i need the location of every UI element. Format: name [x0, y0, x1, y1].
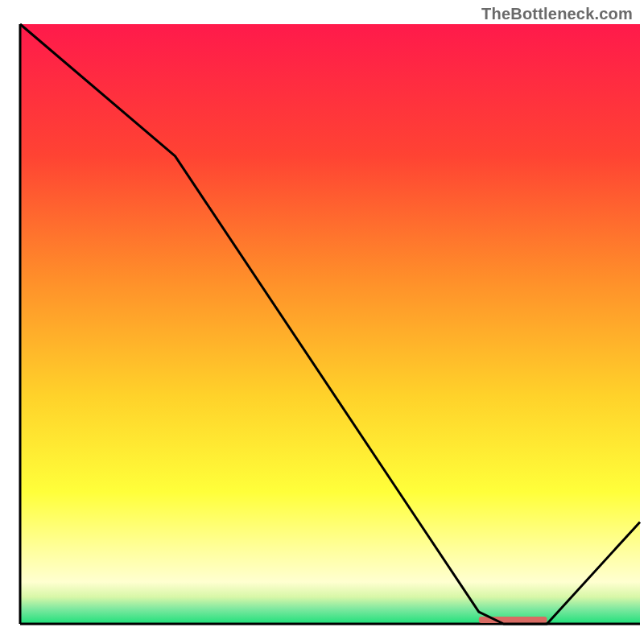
plot-background	[20, 24, 640, 624]
chart-frame: TheBottleneck.com	[0, 0, 644, 644]
bottleneck-chart	[0, 0, 644, 644]
